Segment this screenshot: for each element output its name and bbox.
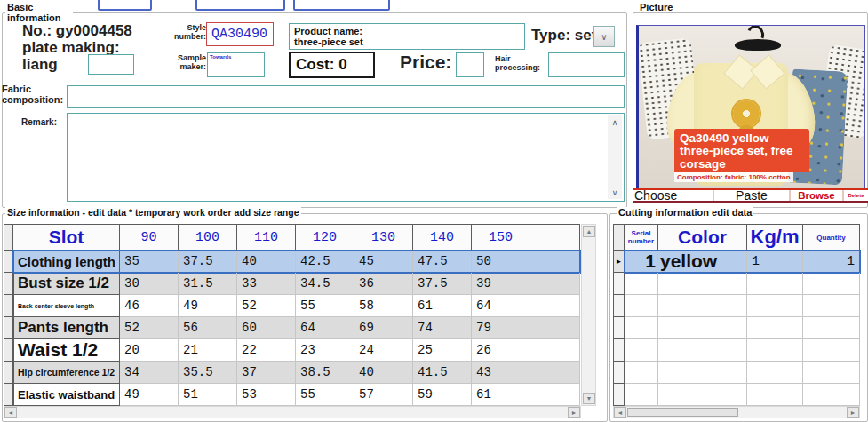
size-cell-empty[interactable] xyxy=(530,273,580,295)
size-row-label[interactable]: Elastic waistband xyxy=(13,384,120,406)
cutting-table-hscrollbar[interactable]: ◄ ► xyxy=(613,406,860,418)
size-cell[interactable]: 47.5 xyxy=(413,251,472,273)
cost-field[interactable]: Cost: 0 xyxy=(289,52,375,78)
size-cell[interactable]: 24 xyxy=(354,339,413,362)
size-cell-empty[interactable] xyxy=(530,362,580,384)
scroll-right-icon[interactable]: ► xyxy=(847,407,859,418)
size-row-label[interactable]: Pants length xyxy=(13,317,120,339)
scroll-up-icon[interactable]: ∧ xyxy=(608,115,622,129)
scrollbar-thumb[interactable] xyxy=(627,408,738,417)
cutting-cell-empty[interactable] xyxy=(658,317,747,339)
cutting-cell-empty[interactable] xyxy=(803,362,860,384)
size-cell[interactable]: 39 xyxy=(472,273,530,295)
price-input[interactable] xyxy=(456,52,484,77)
type-dropdown[interactable]: ∨ xyxy=(593,26,615,47)
size-cell[interactable]: 23 xyxy=(296,339,354,362)
cutting-cell-empty[interactable] xyxy=(625,339,658,362)
cutting-cell-empty[interactable] xyxy=(747,384,803,406)
row-selector[interactable] xyxy=(613,295,625,317)
cutting-cell-empty[interactable] xyxy=(747,362,803,384)
choose-button[interactable]: Choose xyxy=(633,190,713,201)
size-cell[interactable]: 64 xyxy=(472,295,530,317)
size-cell[interactable]: 74 xyxy=(413,317,472,339)
cutting-cell-empty[interactable] xyxy=(625,384,658,406)
cutting-cell-empty[interactable] xyxy=(803,317,860,339)
size-cell-empty[interactable] xyxy=(530,339,580,362)
size-cell[interactable]: 61 xyxy=(413,295,472,317)
cutting-cell-empty[interactable] xyxy=(625,295,658,317)
scroll-down-icon[interactable]: ▼ xyxy=(583,393,595,404)
size-row-label[interactable]: Clothing length xyxy=(13,251,120,273)
cutting-cell-empty[interactable] xyxy=(803,384,860,406)
toolbar-button-partial-3[interactable] xyxy=(293,0,390,11)
size-cell[interactable]: 69 xyxy=(354,317,413,339)
row-selector[interactable] xyxy=(4,384,13,406)
row-selector[interactable] xyxy=(613,384,625,406)
size-cell-empty[interactable] xyxy=(530,317,580,339)
row-selector[interactable] xyxy=(4,362,13,384)
size-cell[interactable]: 20 xyxy=(120,339,179,362)
cutting-cell-empty[interactable] xyxy=(803,339,860,362)
size-cell[interactable]: 55 xyxy=(296,295,354,317)
size-cell[interactable]: 35.5 xyxy=(179,362,237,384)
size-table-hscrollbar[interactable]: ◄ ► xyxy=(4,406,581,418)
size-cell[interactable]: 49 xyxy=(120,384,179,406)
size-cell[interactable]: 52 xyxy=(237,295,296,317)
row-selector[interactable] xyxy=(613,273,625,295)
cutting-cell-empty[interactable] xyxy=(803,295,860,317)
size-cell[interactable]: 43 xyxy=(472,362,530,384)
cutting-color-cell[interactable]: yellow xyxy=(658,251,747,273)
size-table-vscrollbar[interactable]: ▲ ▼ xyxy=(581,224,596,406)
cutting-cell-empty[interactable] xyxy=(658,339,747,362)
size-cell[interactable]: 40 xyxy=(354,362,413,384)
cutting-cell-empty[interactable] xyxy=(803,273,860,295)
size-row-label[interactable]: Waist 1/2 xyxy=(13,339,120,362)
cutting-cell-empty[interactable] xyxy=(658,273,747,295)
size-cell[interactable]: 38.5 xyxy=(296,362,354,384)
scroll-up-icon[interactable]: ▲ xyxy=(583,226,595,237)
size-cell[interactable]: 51 xyxy=(179,384,237,406)
size-cell[interactable]: 34.5 xyxy=(296,273,354,295)
cutting-cell-empty[interactable] xyxy=(625,362,658,384)
size-cell-empty[interactable] xyxy=(530,384,580,406)
scroll-left-icon[interactable]: ◄ xyxy=(4,407,17,418)
size-cell[interactable]: 40 xyxy=(237,251,296,273)
size-cell-empty[interactable] xyxy=(530,295,580,317)
paste-button[interactable]: Paste xyxy=(714,190,789,201)
scroll-down-icon[interactable]: ∨ xyxy=(608,186,622,199)
row-selector[interactable] xyxy=(613,317,625,339)
size-cell[interactable]: 25 xyxy=(413,339,472,362)
size-cell[interactable]: 52 xyxy=(120,317,179,339)
size-cell[interactable]: 59 xyxy=(413,384,472,406)
cutting-cell-empty[interactable] xyxy=(747,339,803,362)
plate-maker-input[interactable] xyxy=(88,54,134,75)
size-cell-empty[interactable] xyxy=(530,251,580,273)
sample-maker-input[interactable]: Towards xyxy=(207,52,265,77)
toolbar-button-partial-1[interactable] xyxy=(98,0,152,11)
size-cell[interactable]: 61 xyxy=(472,384,530,406)
size-cell[interactable]: 37 xyxy=(237,362,296,384)
row-selector[interactable] xyxy=(613,362,625,384)
size-row-label[interactable]: Back center sleeve length xyxy=(13,295,120,317)
size-cell[interactable]: 41.5 xyxy=(413,362,472,384)
size-cell[interactable]: 53 xyxy=(237,384,296,406)
size-cell[interactable]: 60 xyxy=(237,317,296,339)
size-cell[interactable]: 58 xyxy=(354,295,413,317)
style-number-input[interactable]: QA30490 xyxy=(206,22,274,46)
hair-processing-input[interactable] xyxy=(548,52,625,77)
size-cell[interactable]: 31.5 xyxy=(179,273,237,295)
remark-scrollbar[interactable]: ∧ ∨ xyxy=(608,115,622,199)
size-cell[interactable]: 64 xyxy=(296,317,354,339)
size-cell[interactable]: 57 xyxy=(354,384,413,406)
size-row-label[interactable]: Hip circumference 1/2 xyxy=(13,362,120,384)
scroll-right-icon[interactable]: ► xyxy=(568,407,580,418)
size-row-label[interactable]: Bust size 1/2 xyxy=(13,273,120,295)
size-cell[interactable]: 45 xyxy=(354,251,413,273)
row-selector[interactable] xyxy=(4,251,13,273)
size-cell[interactable]: 37.5 xyxy=(413,273,472,295)
selected-row-marker-icon[interactable]: ► xyxy=(613,251,625,273)
row-selector[interactable] xyxy=(4,273,13,295)
cutting-cell-empty[interactable] xyxy=(625,273,658,295)
fabric-composition-input[interactable] xyxy=(67,85,625,108)
row-selector[interactable] xyxy=(613,339,625,362)
